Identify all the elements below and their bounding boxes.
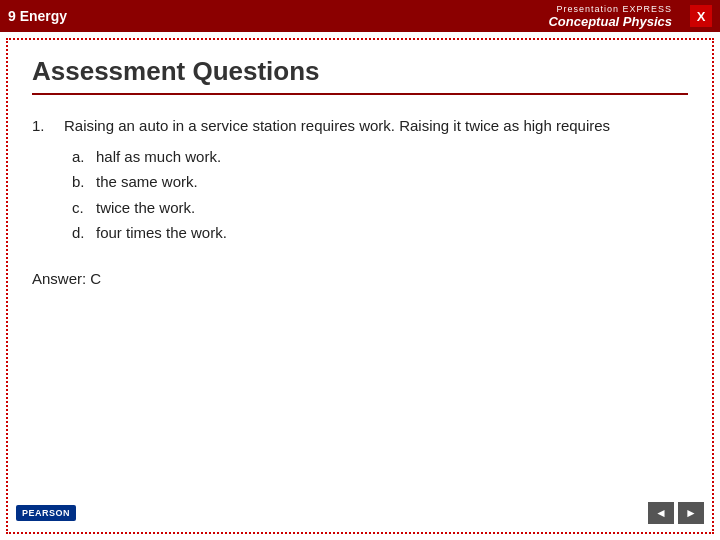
- list-item: c.twice the work.: [72, 195, 688, 221]
- list-item: d.four times the work.: [72, 220, 688, 246]
- question-text: Raising an auto in a service station req…: [64, 115, 688, 138]
- option-letter: b.: [72, 169, 88, 195]
- nav-buttons[interactable]: ◄ ►: [648, 502, 704, 524]
- question-content: Raising an auto in a service station req…: [64, 115, 688, 246]
- option-text: four times the work.: [96, 220, 227, 246]
- option-letter: c.: [72, 195, 88, 221]
- option-text: half as much work.: [96, 144, 221, 170]
- nav-forward-button[interactable]: ►: [678, 502, 704, 524]
- answer-line: Answer: C: [32, 270, 688, 287]
- option-letter: a.: [72, 144, 88, 170]
- question-number: 1.: [32, 115, 52, 246]
- bottom-bar: PEARSON ◄ ►: [16, 502, 704, 524]
- conceptual-physics-brand: Conceptual Physics: [548, 14, 672, 29]
- branding: Presentation EXPRESS Conceptual Physics …: [548, 4, 712, 29]
- header-bar: 9 Energy Presentation EXPRESS Conceptual…: [0, 0, 720, 32]
- question-block: 1. Raising an auto in a service station …: [32, 115, 688, 246]
- option-text: the same work.: [96, 169, 198, 195]
- list-item: b.the same work.: [72, 169, 688, 195]
- option-letter: d.: [72, 220, 88, 246]
- options-list: a.half as much work.b.the same work.c.tw…: [64, 144, 688, 246]
- presentation-text: Presentation EXPRESS: [556, 4, 672, 14]
- nav-back-button[interactable]: ◄: [648, 502, 674, 524]
- list-item: a.half as much work.: [72, 144, 688, 170]
- close-button[interactable]: X: [690, 5, 712, 27]
- presentation-express: Presentation EXPRESS Conceptual Physics: [548, 4, 672, 29]
- page-title: Assessment Questions: [32, 56, 688, 95]
- chapter-label: 9 Energy: [8, 8, 67, 24]
- option-text: twice the work.: [96, 195, 195, 221]
- content-wrapper: Assessment Questions 1. Raising an auto …: [6, 38, 714, 534]
- pearson-logo: PEARSON: [16, 505, 76, 521]
